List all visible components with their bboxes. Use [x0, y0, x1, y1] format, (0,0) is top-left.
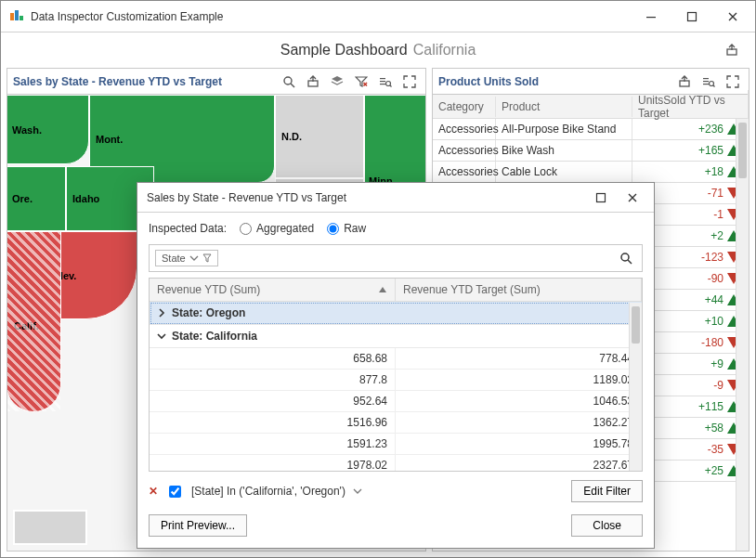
group-row-oregon[interactable]: State: Oregon	[150, 302, 642, 325]
window-title: Data Inspector Customization Example	[31, 10, 223, 23]
inspected-data-row: Inspected Data: Aggregated Raw	[137, 213, 654, 244]
raw-radio[interactable]: Raw	[327, 222, 366, 235]
svg-rect-0	[10, 13, 14, 20]
svg-rect-9	[380, 81, 385, 82]
aggregated-radio-input[interactable]	[240, 223, 252, 235]
state-calif[interactable]: Calif.	[7, 231, 61, 412]
chevron-down-icon	[157, 331, 166, 341]
sort-asc-icon	[378, 285, 387, 294]
col-product[interactable]: Product	[496, 97, 632, 117]
table-row[interactable]: 1591.231995.78	[150, 434, 642, 455]
svg-rect-14	[703, 81, 709, 82]
inspector-data-rows: 658.68778.44877.81189.02952.641046.53151…	[150, 348, 642, 472]
map-panel-header: Sales by State - Revenue YTD vs Target	[7, 69, 425, 95]
aggregated-radio[interactable]: Aggregated	[240, 222, 314, 235]
svg-point-16	[710, 81, 714, 85]
app-icon	[10, 10, 23, 23]
svg-rect-4	[688, 12, 697, 20]
state-nev[interactable]: Nev.	[49, 231, 137, 319]
svg-rect-15	[703, 84, 709, 84]
scrollbar-thumb[interactable]	[632, 306, 640, 344]
table-row[interactable]: 1516.961362.27	[150, 412, 642, 434]
svg-rect-2	[20, 16, 23, 20]
layers-icon[interactable]	[327, 71, 347, 92]
svg-rect-3	[646, 17, 656, 18]
chevron-down-icon	[189, 253, 199, 263]
export-icon[interactable]	[674, 71, 695, 92]
svg-rect-8	[380, 78, 385, 79]
filter-icon	[202, 253, 212, 263]
minimize-button[interactable]	[631, 3, 671, 31]
col-revenue-ytd[interactable]: Revenue YTD (Sum)	[150, 279, 396, 301]
search-icon[interactable]	[616, 248, 636, 268]
table-row[interactable]: AccessoriesBike Wash+165	[433, 140, 749, 162]
titlebar: Data Inspector Customization Example	[1, 1, 755, 32]
col-category[interactable]: Category	[433, 97, 496, 117]
product-grid-header: Category Product UnitsSold YTD vs Target	[433, 95, 749, 119]
dashboard-subtitle: California	[413, 42, 476, 58]
print-preview-button[interactable]: Print Preview...	[149, 514, 247, 537]
inspect-icon[interactable]	[698, 71, 719, 92]
maximize-panel-icon[interactable]	[723, 71, 743, 92]
state-nd[interactable]: N.D.	[275, 95, 364, 178]
svg-point-18	[621, 253, 629, 261]
table-row[interactable]: AccessoriesAll-Purpose Bike Stand+236	[433, 119, 749, 140]
svg-rect-10	[380, 84, 385, 84]
svg-rect-17	[597, 193, 606, 201]
state-ore[interactable]: Ore.	[7, 166, 66, 231]
dashboard-title: Sample Dashboard	[280, 42, 408, 58]
chevron-right-icon	[157, 308, 166, 318]
inspector-grid: Revenue YTD (Sum) Revenue YTD Target (Su…	[149, 278, 643, 472]
scrollbar-thumb[interactable]	[738, 123, 747, 178]
scrollbar[interactable]	[736, 119, 749, 551]
inspector-titlebar: Sales by State - Revenue YTD vs Target	[137, 183, 654, 213]
inspector-grid-header: Revenue YTD (Sum) Revenue YTD Target (Su…	[150, 279, 642, 302]
group-by-bar: State	[149, 244, 643, 272]
export-icon[interactable]	[303, 71, 323, 92]
dashboard-export-icon[interactable]	[722, 40, 742, 60]
inspector-filter-bar: ✕ [State] In ('California', 'Oregon') Ed…	[149, 477, 643, 505]
product-panel-title: Product Units Sold	[438, 75, 671, 88]
svg-rect-13	[703, 78, 709, 79]
svg-rect-1	[15, 10, 19, 20]
inspector-scrollbar[interactable]	[629, 303, 642, 471]
maximize-panel-icon[interactable]	[399, 71, 420, 92]
dashboard-header: Sample Dashboard California	[1, 32, 755, 68]
filter-expression: [State] In ('California', 'Oregon')	[191, 485, 345, 498]
table-row[interactable]: 952.641046.53	[150, 391, 642, 412]
svg-point-11	[386, 81, 391, 85]
table-row[interactable]: 1978.022327.67	[150, 455, 642, 472]
table-row[interactable]: 877.81189.02	[150, 370, 642, 391]
state-wash[interactable]: Wash.	[7, 95, 89, 164]
close-button[interactable]	[712, 3, 753, 31]
table-row[interactable]: 658.68778.44	[150, 348, 642, 370]
group-chip-state[interactable]: State	[155, 250, 218, 266]
edit-filter-button[interactable]: Edit Filter	[571, 480, 643, 502]
clear-filter-icon[interactable]: ✕	[149, 485, 158, 498]
inspector-footer: Print Preview... Close	[149, 514, 643, 537]
minimap[interactable]	[13, 510, 87, 545]
map-panel-title: Sales by State - Revenue YTD vs Target	[13, 75, 275, 88]
search-icon[interactable]	[279, 71, 299, 92]
table-row[interactable]: AccessoriesCable Lock+18	[433, 162, 749, 183]
inspector-maximize-button[interactable]	[585, 184, 617, 212]
close-button[interactable]: Close	[571, 514, 643, 537]
group-row-california[interactable]: State: California	[150, 325, 642, 348]
filter-clear-icon[interactable]	[351, 71, 371, 92]
inspector-dialog: Sales by State - Revenue YTD vs Target I…	[137, 182, 655, 549]
maximize-button[interactable]	[671, 3, 712, 31]
inspect-icon[interactable]	[375, 71, 396, 92]
filter-enabled-checkbox[interactable]	[169, 486, 181, 498]
col-revenue-target[interactable]: Revenue YTD Target (Sum)	[396, 279, 642, 301]
svg-point-6	[284, 77, 292, 84]
inspector-close-button[interactable]	[617, 184, 648, 212]
filter-history-dropdown-icon[interactable]	[353, 487, 362, 496]
inspected-data-label: Inspected Data:	[149, 222, 227, 235]
inspector-title: Sales by State - Revenue YTD vs Target	[147, 191, 346, 204]
raw-radio-input[interactable]	[327, 223, 339, 235]
